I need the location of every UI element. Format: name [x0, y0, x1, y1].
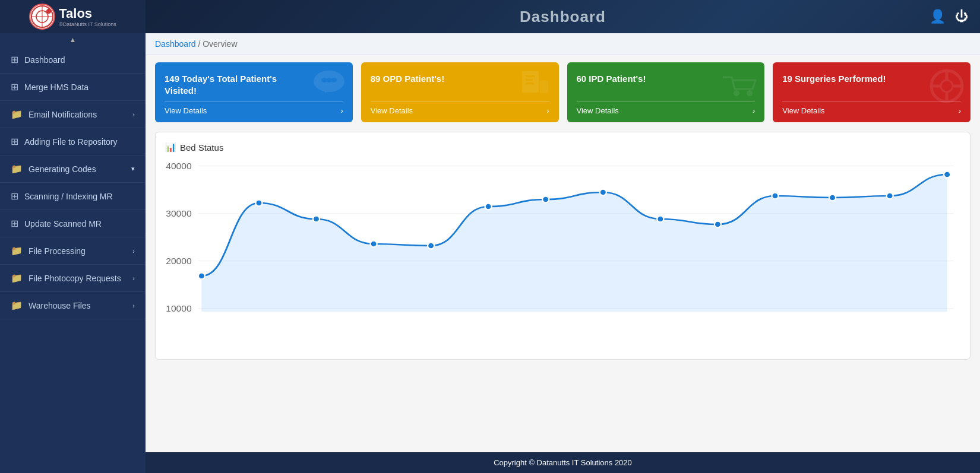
svg-rect-10 [522, 71, 539, 93]
sidebar-icon-file-photocopy: 📁 [11, 272, 23, 284]
svg-rect-14 [540, 80, 548, 93]
breadcrumb: Dashboard / Overview [146, 33, 980, 55]
svg-text:20000: 20000 [166, 256, 191, 266]
logo-circle [29, 4, 55, 30]
chart-dot-8 [657, 216, 663, 223]
chart-dot-2 [313, 216, 320, 223]
view-details-label-ipd-patients: View Details [577, 106, 619, 115]
svg-text:30000: 30000 [166, 208, 191, 218]
stat-card-icon-ipd-patients [720, 68, 758, 108]
stat-cards-grid: 149 Today's Total Patient's Visited! Vie… [155, 62, 970, 122]
stat-card-icon-surgeries [929, 68, 965, 111]
content-main: 149 Today's Total Patient's Visited! Vie… [146, 55, 980, 452]
stat-card-icon-total-patients [311, 68, 347, 108]
sidebar-label-generating-codes: Generating Codes [29, 164, 125, 174]
content-header: Dashboard 👤 ⏻ [146, 0, 980, 33]
sidebar-label-warehouse-files: Warehouse Files [29, 301, 127, 310]
logo-name: Talos [59, 6, 92, 21]
breadcrumb-current: Overview [203, 39, 237, 49]
logo-area: Talos ©DataNutts IT Solutions [0, 0, 146, 34]
chart-title-text: Bed Status [180, 142, 223, 153]
view-details-label-total-patients: View Details [165, 106, 207, 115]
sidebar-label-update-scanned: Update Scanned MR [24, 219, 135, 228]
user-icon[interactable]: 👤 [930, 9, 946, 24]
sidebar-label-adding-file: Adding File to Repository [24, 137, 135, 147]
chart-dot-6 [542, 196, 549, 203]
svg-rect-11 [526, 75, 535, 77]
sidebar-item-scanning-indexing[interactable]: ⊞ Scanning / Indexing MR [0, 183, 146, 210]
svg-point-16 [747, 90, 753, 96]
sidebar-arrow-warehouse-files: › [132, 302, 135, 309]
chart-dot-7 [600, 189, 606, 196]
stat-card-title-surgeries: 19 Surgeries Performed! [782, 73, 898, 85]
sidebar-label-scanning-indexing: Scanning / Indexing MR [24, 192, 135, 201]
chart-svg: 40000 30000 20000 10000 [165, 160, 960, 350]
power-icon[interactable]: ⏻ [955, 9, 968, 24]
footer: Copyright © Datanutts IT Solutions 2020 [146, 452, 980, 473]
chart-container: 📊 Bed Status 40000 30000 20000 10000 [155, 132, 970, 360]
content-area: Dashboard / Overview 149 Today's Total P… [146, 33, 980, 473]
sidebar-item-merge-hms[interactable]: ⊞ Merge HMS Data [0, 74, 146, 101]
stat-card-ipd-patients[interactable]: 60 IPD Patient's! View Details › [567, 62, 765, 122]
sidebar-item-generating-codes[interactable]: 📁 Generating Codes ▾ [0, 155, 146, 183]
chart-dot-9 [715, 221, 721, 228]
header-bg [146, 0, 980, 33]
chart-dot-1 [255, 200, 262, 207]
chart-dot-10 [772, 193, 778, 199]
sidebar-label-merge-hms: Merge HMS Data [24, 82, 135, 92]
sidebar-arrow-file-processing: › [132, 247, 135, 255]
chart-title: 📊 Bed Status [165, 142, 960, 153]
sidebar-item-file-photocopy[interactable]: 📁 File Photocopy Requests › [0, 265, 146, 292]
sidebar-items-container: ⊞ Dashboard ⊞ Merge HMS Data 📁 Email Not… [0, 46, 146, 319]
svg-point-4 [46, 9, 51, 14]
svg-point-15 [734, 90, 739, 96]
chart-area: 40000 30000 20000 10000 [165, 160, 960, 350]
sidebar-icon-file-processing: 📁 [11, 245, 23, 256]
stat-card-title-opd-patients: 89 OPD Patient's! [371, 73, 486, 85]
stat-card-surgeries[interactable]: 19 Surgeries Performed! View Details › [773, 62, 970, 122]
breadcrumb-root[interactable]: Dashboard [155, 39, 196, 49]
sidebar-item-warehouse-files[interactable]: 📁 Warehouse Files › [0, 292, 146, 319]
top-header: Talos ©DataNutts IT Solutions Dashboard … [0, 0, 980, 33]
sidebar-item-dashboard[interactable]: ⊞ Dashboard [0, 46, 146, 74]
logo-image: Talos ©DataNutts IT Solutions [29, 4, 116, 30]
chart-dot-4 [428, 243, 434, 249]
chart-icon: 📊 [165, 142, 176, 153]
stat-card-total-patients[interactable]: 149 Today's Total Patient's Visited! Vie… [155, 62, 353, 122]
sidebar-item-update-scanned[interactable]: ⊞ Update Scanned MR [0, 210, 146, 237]
stat-card-icon-opd-patients [517, 68, 553, 108]
sidebar-item-file-processing[interactable]: 📁 File Processing › [0, 237, 146, 265]
sidebar-item-adding-file[interactable]: ⊞ Adding File to Repository [0, 128, 146, 155]
sidebar-icon-adding-file: ⊞ [11, 136, 18, 147]
svg-rect-12 [526, 79, 533, 81]
sidebar-icon-merge-hms: ⊞ [11, 81, 18, 93]
sidebar-label-dashboard: Dashboard [24, 55, 135, 65]
logo-text-group: Talos ©DataNutts IT Solutions [59, 6, 116, 27]
view-details-label-surgeries: View Details [782, 106, 824, 115]
breadcrumb-sep: / [198, 39, 203, 49]
scroll-indicator: ▲ [0, 33, 146, 46]
svg-point-9 [331, 78, 337, 82]
sidebar-icon-email-notifications: 📁 [11, 109, 23, 120]
sidebar-icon-generating-codes: 📁 [11, 163, 23, 174]
header-icons: 👤 ⏻ [930, 9, 968, 24]
sidebar-label-file-photocopy: File Photocopy Requests [29, 274, 127, 283]
chart-dot-12 [887, 193, 893, 199]
footer-text: Copyright © Datanutts IT Solutions 2020 [494, 458, 632, 467]
sidebar-label-email-notifications: Email Notifications [29, 110, 127, 119]
stat-card-title-total-patients: 149 Today's Total Patient's Visited! [165, 73, 280, 96]
stat-card-opd-patients[interactable]: 89 OPD Patient's! View Details › [361, 62, 559, 122]
sidebar-item-email-notifications[interactable]: 📁 Email Notifications › [0, 101, 146, 128]
chart-dot-13 [944, 172, 950, 178]
main-body: ▲ ⊞ Dashboard ⊞ Merge HMS Data 📁 Email N… [0, 33, 980, 473]
sidebar-label-file-processing: File Processing [29, 246, 127, 256]
svg-text:10000: 10000 [166, 303, 191, 313]
svg-rect-13 [526, 82, 534, 84]
sidebar-arrow-email-notifications: › [132, 111, 135, 118]
chart-dot-5 [485, 204, 492, 210]
stat-card-title-ipd-patients: 60 IPD Patient's! [577, 73, 693, 85]
sidebar-icon-dashboard: ⊞ [11, 54, 18, 65]
chart-dot-11 [829, 195, 836, 201]
sidebar-arrow-generating-codes: ▾ [131, 165, 135, 173]
svg-point-18 [941, 80, 953, 92]
